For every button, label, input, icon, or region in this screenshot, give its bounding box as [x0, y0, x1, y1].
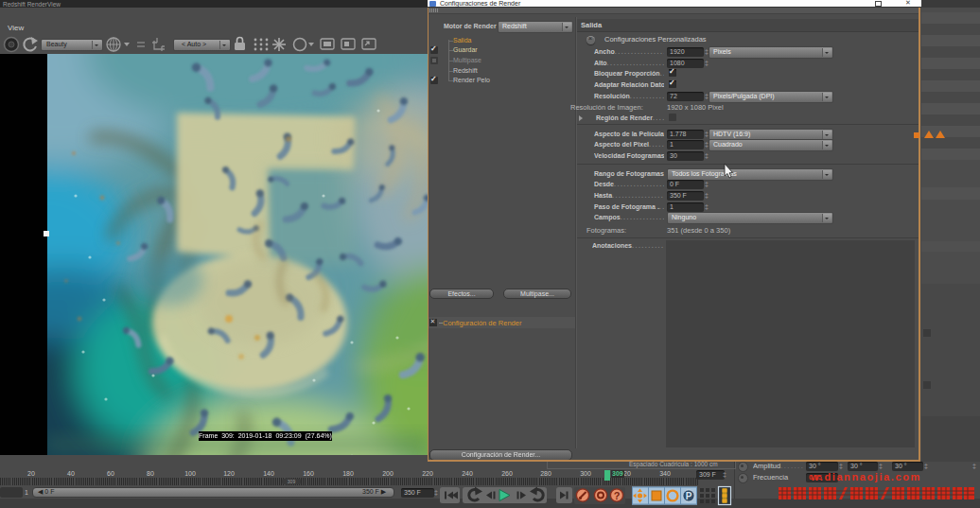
svg-text:P: P: [686, 491, 692, 501]
svg-text:?: ?: [614, 490, 621, 501]
